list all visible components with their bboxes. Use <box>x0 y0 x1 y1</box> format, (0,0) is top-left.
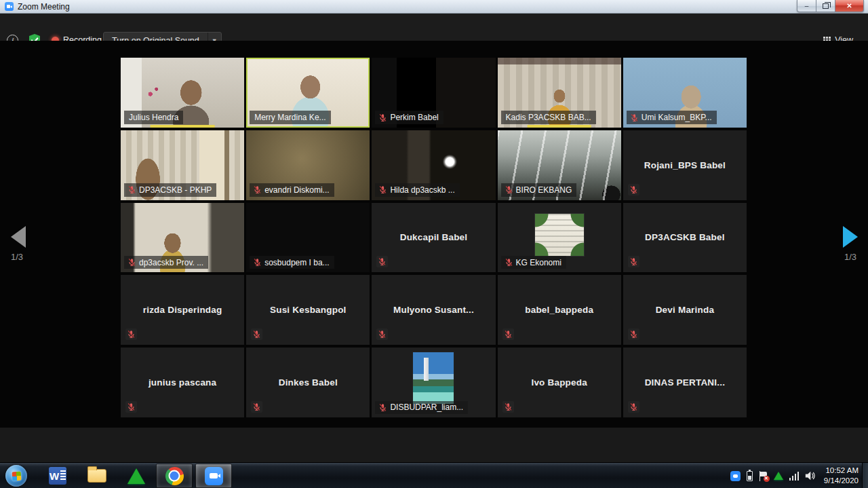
battery-icon[interactable] <box>747 471 753 481</box>
participant-tile[interactable]: Merry Mardina Ke... <box>246 58 370 128</box>
video-gallery: Julius HendraMerry Mardina Ke...Perkim B… <box>0 41 868 428</box>
participant-tile[interactable]: Julius Hendra <box>121 58 244 128</box>
participant-tile[interactable]: sosbudpem I ba... <box>246 203 370 273</box>
participant-tile[interactable]: DISBUDPAR_liam... <box>372 348 495 417</box>
network-signal-icon[interactable] <box>789 471 800 481</box>
muted-mic-indicator <box>628 329 639 340</box>
tray-zoom-icon[interactable] <box>730 471 741 481</box>
tray-green-triangle-icon[interactable] <box>774 472 783 480</box>
participant-tile[interactable]: BIRO EKBANG <box>498 130 621 200</box>
word-icon: W <box>49 467 66 485</box>
participant-tile[interactable]: evandri Diskomi... <box>246 130 370 200</box>
participant-tile[interactable]: Hilda dp3acskb ... <box>372 130 495 200</box>
window-titlebar[interactable]: Zoom Meeting – ✕ <box>0 0 868 14</box>
participant-tile[interactable]: Perkim Babel <box>372 58 495 128</box>
muted-mic-indicator <box>628 184 639 195</box>
participant-tile[interactable]: Devi Marinda <box>623 275 747 345</box>
participant-tile[interactable]: DP3ACSKB - PKHP <box>121 130 244 200</box>
muted-mic-icon <box>630 113 639 122</box>
page-indicator-right: 1/3 <box>844 252 856 262</box>
participant-name-label: evandri Diskomi... <box>250 183 334 196</box>
participant-name-label: Devi Marinda <box>623 275 747 345</box>
muted-mic-icon <box>505 258 513 267</box>
participant-tile[interactable]: junius pascana <box>121 348 244 417</box>
muted-mic-indicator <box>125 329 137 340</box>
participant-name-label: Kadis P3ACSKB BAB... <box>501 111 596 124</box>
muted-mic-icon <box>378 330 387 339</box>
participant-name-label: Hilda dp3acskb ... <box>375 183 459 196</box>
minimize-button[interactable]: – <box>797 0 816 12</box>
muted-mic-icon <box>127 330 136 339</box>
participant-tile[interactable]: Ivo Bappeda <box>498 348 621 417</box>
volume-icon[interactable] <box>805 471 815 481</box>
profile-photo <box>412 352 454 405</box>
muted-mic-icon <box>127 185 136 194</box>
taskbar-word-button[interactable]: W <box>39 464 76 488</box>
participant-tile[interactable]: DINAS PERTANI... <box>623 348 747 417</box>
muted-mic-icon <box>378 113 387 122</box>
muted-mic-icon <box>629 402 638 411</box>
previous-page-arrow-icon[interactable] <box>11 226 26 248</box>
muted-mic-indicator <box>628 401 639 413</box>
windows-taskbar: W ✕ 10:52 AM 9/14/2020 <box>0 462 868 488</box>
muted-mic-indicator <box>502 329 514 340</box>
participant-name-label: DP3ACSKB - PKHP <box>124 183 216 196</box>
muted-mic-icon <box>378 403 387 412</box>
taskbar-explorer-button[interactable] <box>79 464 115 488</box>
participant-name-label: Dinkes Babel <box>246 348 370 417</box>
zoom-camera-icon <box>205 467 223 485</box>
action-center-flag-icon[interactable]: ✕ <box>759 471 768 481</box>
participant-name-label: KG Ekonomi <box>501 256 566 269</box>
muted-mic-indicator <box>251 401 262 413</box>
muted-mic-icon <box>378 257 387 266</box>
participant-tile[interactable]: Susi Kesbangpol <box>246 275 370 345</box>
system-tray: ✕ <box>730 463 816 488</box>
muted-mic-icon <box>504 402 513 411</box>
participant-tile[interactable]: dp3acskb Prov. ... <box>121 203 244 273</box>
participant-name-label: rizda Disperindag <box>121 275 244 345</box>
close-button[interactable]: ✕ <box>835 0 864 12</box>
participant-name-label: Susi Kesbangpol <box>246 275 370 345</box>
taskbar-chrome-button[interactable] <box>156 464 193 488</box>
muted-mic-icon <box>629 185 638 194</box>
participant-tile[interactable]: Kadis P3ACSKB BAB... <box>498 58 621 128</box>
audio-level-bar <box>151 125 215 128</box>
chrome-icon <box>165 467 184 485</box>
participant-tile[interactable]: DP3ACSKB Babel <box>623 203 747 273</box>
participant-grid: Julius HendraMerry Mardina Ke...Perkim B… <box>121 58 747 417</box>
next-page-arrow-icon[interactable] <box>843 226 858 248</box>
taskbar-clock[interactable]: 10:52 AM 9/14/2020 <box>824 466 859 486</box>
meeting-toolbar-top: i Recording Turn on Original Sound ▼ Vie… <box>0 14 868 41</box>
muted-mic-icon <box>252 402 261 411</box>
muted-mic-indicator <box>502 401 514 413</box>
taskbar-app-button[interactable] <box>118 464 155 488</box>
participant-tile[interactable]: Umi Kalsum_BKP... <box>623 58 747 128</box>
participant-tile[interactable]: Mulyono Susant... <box>372 275 495 345</box>
participant-name-label: BIRO EKBANG <box>501 183 577 196</box>
taskbar-zoom-button[interactable] <box>195 464 232 488</box>
maximize-button[interactable] <box>816 0 835 12</box>
muted-mic-indicator <box>251 329 262 340</box>
muted-mic-indicator <box>376 329 388 340</box>
participant-name-label: DP3ACSKB Babel <box>623 203 747 273</box>
muted-mic-icon <box>127 402 136 411</box>
show-desktop-button[interactable] <box>862 463 868 488</box>
participant-name-label: Merry Mardina Ke... <box>250 111 330 124</box>
muted-mic-icon <box>378 185 387 194</box>
participant-tile[interactable]: Rojani_BPS Babel <box>623 130 747 200</box>
muted-mic-indicator <box>628 256 639 267</box>
start-button[interactable] <box>5 465 27 487</box>
participant-name-label: Mulyono Susant... <box>372 275 495 345</box>
participant-name-label: sosbudpem I ba... <box>250 256 334 269</box>
participant-name-label: Rojani_BPS Babel <box>623 130 747 200</box>
participant-tile[interactable]: rizda Disperindag <box>121 275 244 345</box>
participant-tile[interactable]: Dinkes Babel <box>246 348 370 417</box>
participant-name-label: DISBUDPAR_liam... <box>375 401 468 414</box>
participant-name-label: dp3acskb Prov. ... <box>124 256 208 269</box>
windows-logo-icon <box>12 471 21 481</box>
folder-icon <box>87 469 106 483</box>
participant-tile[interactable]: KG Ekonomi <box>498 203 621 273</box>
muted-mic-icon <box>252 330 261 339</box>
participant-tile[interactable]: babel_bappeda <box>498 275 621 345</box>
participant-tile[interactable]: Dukcapil Babel <box>372 203 495 273</box>
